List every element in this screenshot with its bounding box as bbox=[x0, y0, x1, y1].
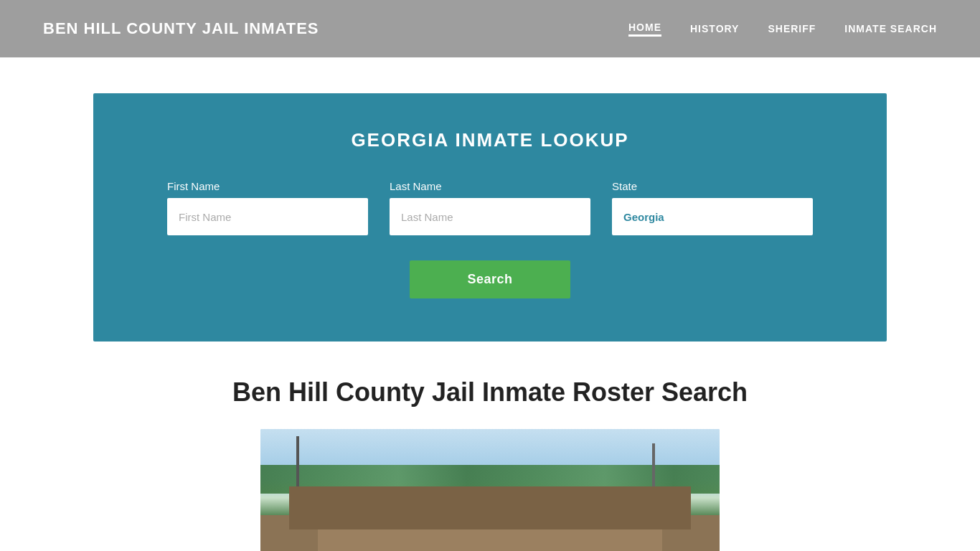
nav-inmate-search[interactable]: INMATE SEARCH bbox=[844, 23, 937, 34]
first-name-group: First Name bbox=[167, 180, 368, 235]
first-name-label: First Name bbox=[167, 180, 368, 192]
search-button[interactable]: Search bbox=[410, 260, 570, 298]
last-name-input[interactable] bbox=[390, 198, 590, 235]
street-light-right bbox=[652, 443, 655, 508]
state-group: State bbox=[612, 180, 813, 235]
building-image bbox=[260, 429, 720, 551]
building-windows bbox=[332, 501, 648, 529]
nav-sheriff[interactable]: SHERIFF bbox=[768, 23, 816, 34]
state-input[interactable] bbox=[612, 198, 813, 235]
nav-home[interactable]: HOME bbox=[628, 22, 661, 37]
last-name-group: Last Name bbox=[390, 180, 590, 235]
trees-layer bbox=[260, 465, 720, 494]
last-name-label: Last Name bbox=[390, 180, 590, 192]
nav-history[interactable]: HISTORY bbox=[690, 23, 739, 34]
street-light-left bbox=[296, 436, 299, 508]
roster-title: Ben Hill County Jail Inmate Roster Searc… bbox=[43, 377, 937, 408]
main-nav: HOME HISTORY SHERIFF INMATE SEARCH bbox=[628, 22, 937, 37]
state-label: State bbox=[612, 180, 813, 192]
building-body bbox=[318, 494, 662, 551]
content-section: Ben Hill County Jail Inmate Roster Searc… bbox=[0, 377, 980, 551]
search-fields-row: First Name Last Name State bbox=[136, 180, 844, 235]
site-title: BEN HILL COUNTY JAIL INMATES bbox=[43, 19, 319, 38]
inmate-lookup-section: GEORGIA INMATE LOOKUP First Name Last Na… bbox=[93, 93, 887, 342]
first-name-input[interactable] bbox=[167, 198, 368, 235]
site-header: BEN HILL COUNTY JAIL INMATES HOME HISTOR… bbox=[0, 0, 980, 57]
lookup-title: GEORGIA INMATE LOOKUP bbox=[136, 129, 844, 151]
search-button-wrapper: Search bbox=[136, 260, 844, 298]
